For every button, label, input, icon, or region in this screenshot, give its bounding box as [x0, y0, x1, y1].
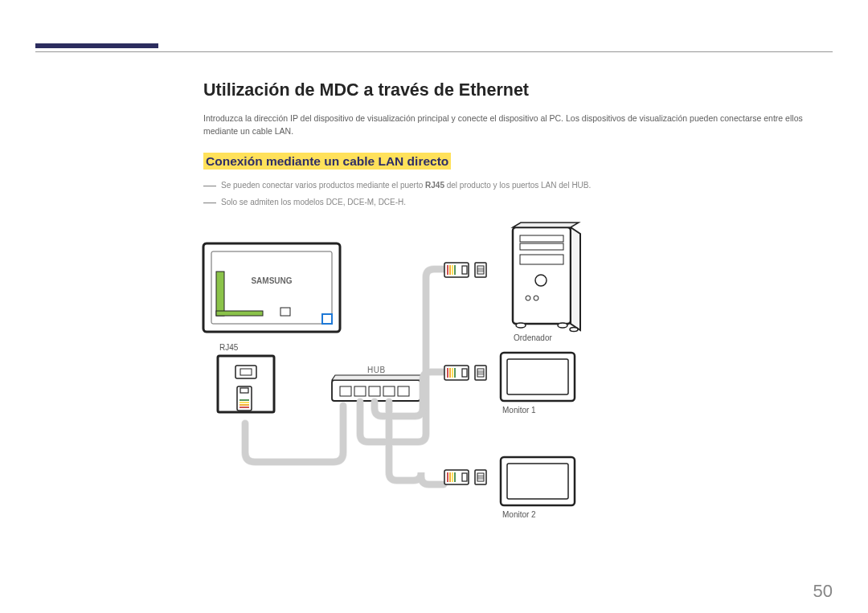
label-monitor1: Monitor 1	[502, 406, 536, 415]
svg-point-37	[534, 296, 538, 300]
computer-tower	[513, 223, 580, 332]
header-divider	[35, 51, 833, 52]
device-samsung: SAMSUNG	[203, 243, 340, 332]
monitor-2-icon	[501, 457, 575, 505]
svg-rect-32	[520, 235, 563, 242]
section-subtitle: Conexión mediante un cable LAN directo	[203, 153, 451, 170]
label-hub: HUB	[367, 366, 386, 374]
svg-point-30	[558, 323, 567, 328]
svg-rect-27	[398, 386, 409, 396]
note1-pre: Se pueden conectar varios productos medi…	[221, 181, 425, 190]
page-title: Utilización de MDC a través de Ethernet	[203, 80, 833, 100]
content-area: Utilización de MDC a través de Ethernet …	[203, 80, 833, 565]
note-line-1: Se pueden conectar varios productos medi…	[203, 179, 833, 191]
header-accent-bar	[35, 43, 158, 48]
note1-bold: RJ45	[425, 181, 444, 190]
note-line-2: Solo se admiten los modelos DCE, DCE-M, …	[203, 196, 833, 208]
svg-point-35	[535, 275, 547, 286]
svg-point-31	[570, 327, 578, 331]
svg-rect-26	[383, 386, 395, 396]
rj45-plugs	[444, 263, 486, 484]
monitor-1-icon	[501, 353, 575, 401]
brand-label: SAMSUNG	[251, 276, 292, 285]
svg-rect-15	[216, 272, 224, 316]
svg-point-29	[516, 323, 526, 328]
intro-paragraph: Introduzca la dirección IP del dispositi…	[203, 112, 833, 138]
page-number: 50	[813, 581, 833, 602]
label-monitor2: Monitor 2	[502, 510, 536, 519]
connection-diagram: SAMSUNG	[203, 227, 782, 565]
label-rj45: RJ45	[219, 343, 238, 352]
svg-rect-25	[369, 386, 380, 396]
svg-rect-23	[340, 386, 351, 396]
svg-rect-21	[240, 369, 252, 375]
rj45-zoom	[218, 356, 274, 412]
svg-rect-17	[280, 308, 290, 316]
svg-rect-33	[520, 243, 563, 250]
label-ordenador: Ordenador	[514, 333, 552, 342]
diagram-svg: SAMSUNG	[203, 227, 782, 565]
svg-rect-24	[354, 386, 366, 396]
svg-rect-16	[216, 311, 263, 316]
hub-device	[332, 375, 424, 401]
svg-rect-34	[520, 255, 563, 264]
note1-post: del producto y los puertos LAN del HUB.	[444, 181, 591, 190]
svg-point-36	[526, 296, 530, 300]
